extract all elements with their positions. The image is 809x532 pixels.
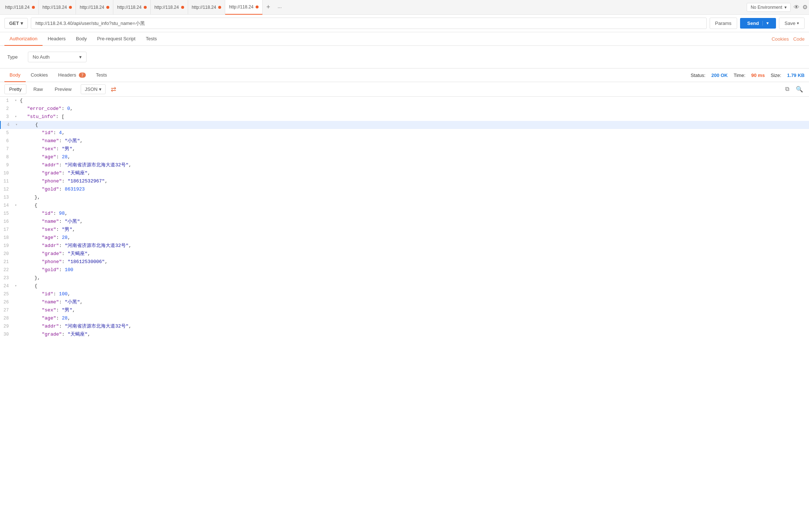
env-selector[interactable]: No Environment ▾ — [747, 3, 791, 12]
time-value: 90 ms — [751, 73, 765, 78]
line-num-27: 27 — [0, 306, 15, 314]
json-viewer[interactable]: 1 ▾ { 2 "error_code": 0, 3 ▾ "stu_info":… — [0, 97, 809, 339]
line-content-3: "stu_info": [ — [20, 113, 809, 121]
cookies-link[interactable]: Cookies — [772, 36, 789, 42]
line-num-22: 22 — [0, 266, 15, 274]
params-button[interactable]: Params — [710, 18, 737, 29]
headers-badge: 7 — [79, 73, 85, 78]
tab-body-label: Body — [76, 36, 87, 41]
format-chevron-icon: ▾ — [99, 86, 102, 92]
auth-type-value: No Auth — [33, 54, 50, 60]
json-line-28[interactable]: 28 "age": 28, — [0, 314, 809, 322]
json-line-23[interactable]: 23 }, — [0, 274, 809, 282]
size-label: Size: — [770, 73, 781, 78]
more-tabs-button[interactable]: ··· — [274, 0, 286, 15]
line-toggle-1[interactable]: ▾ — [15, 97, 20, 105]
method-selector[interactable]: GET ▾ — [4, 18, 28, 29]
json-line-1[interactable]: 1 ▾ { — [0, 97, 809, 105]
json-line-18[interactable]: 18 "age": 28, — [0, 234, 809, 242]
json-line-14[interactable]: 14 ▾ { — [0, 202, 809, 210]
json-line-8[interactable]: 8 "age": 28, — [0, 153, 809, 161]
tab-2-label: http://118.24 — [43, 5, 67, 10]
resp-tab-tests-label: Tests — [96, 72, 107, 78]
tab-4[interactable]: http://118.24 — [113, 0, 151, 15]
save-button[interactable]: Save ▾ — [779, 18, 805, 29]
send-dropdown-icon[interactable]: ▾ — [762, 21, 769, 26]
json-line-5[interactable]: 5 "id": 4, — [0, 129, 809, 137]
format-selector[interactable]: JSON ▾ — [81, 84, 106, 94]
search-icon[interactable]: 🔍 — [794, 84, 805, 94]
line-content-1: { — [20, 97, 809, 105]
tab-6[interactable]: http://118.24 — [188, 0, 226, 15]
environment-bar: No Environment ▾ 👁 ⚙ — [747, 3, 808, 12]
tab-1-label: http://118.24 — [5, 5, 30, 10]
line-num-6: 6 — [0, 137, 15, 145]
json-line-16[interactable]: 16 "name": "小黑", — [0, 218, 809, 226]
auth-type-selector[interactable]: No Auth ▾ — [28, 52, 87, 62]
tab-headers[interactable]: Headers — [43, 32, 71, 46]
new-tab-button[interactable]: + — [263, 0, 274, 15]
json-line-30[interactable]: 30 "grade": "天蝎座", — [0, 330, 809, 339]
tab-headers-label: Headers — [48, 36, 66, 41]
settings-icon[interactable]: ⚙ — [802, 4, 808, 11]
line-num-14: 14 — [0, 202, 15, 210]
line-content-21: "phone": "18612530006", — [20, 258, 809, 266]
raw-view-button[interactable]: Raw — [29, 84, 48, 94]
tab-5[interactable]: http://118.24 — [151, 0, 188, 15]
response-tabs: Body Cookies Headers 7 Tests Status: 200… — [0, 69, 809, 82]
line-toggle-4[interactable]: ▾ — [15, 121, 21, 129]
json-line-29[interactable]: 29 "addr": "河南省济源市北海大道32号", — [0, 322, 809, 330]
tab-tests[interactable]: Tests — [140, 32, 162, 46]
line-content-5: "id": 4, — [20, 129, 809, 137]
url-input[interactable] — [31, 18, 707, 29]
resp-tab-cookies[interactable]: Cookies — [26, 69, 53, 82]
tab-authorization[interactable]: Authorization — [4, 32, 43, 46]
json-line-9[interactable]: 9 "addr": "河南省济源市北海大道32号", — [0, 161, 809, 169]
json-line-24[interactable]: 24 ▾ { — [0, 282, 809, 290]
json-line-2[interactable]: 2 "error_code": 0, — [0, 105, 809, 113]
line-content-30: "grade": "天蝎座", — [20, 330, 809, 339]
tab-pre-request-script[interactable]: Pre-request Script — [92, 32, 141, 46]
word-wrap-icon[interactable]: ⇄ — [111, 85, 116, 93]
line-num-5: 5 — [0, 129, 15, 137]
json-line-10[interactable]: 10 "grade": "天蝎座", — [0, 169, 809, 177]
tab-1[interactable]: http://118.24 — [1, 0, 39, 15]
line-toggle-24[interactable]: ▾ — [15, 282, 20, 290]
json-line-19[interactable]: 19 "addr": "河南省济源市北海大道32号", — [0, 242, 809, 250]
json-line-27[interactable]: 27 "sex": "男", — [0, 306, 809, 314]
send-button[interactable]: Send ▾ — [740, 18, 776, 29]
line-toggle-3[interactable]: ▾ — [15, 113, 20, 121]
copy-icon[interactable]: ⧉ — [784, 84, 791, 94]
line-content-17: "sex": "男", — [20, 226, 809, 234]
pretty-view-button[interactable]: Pretty — [4, 84, 26, 94]
line-toggle-14[interactable]: ▾ — [15, 202, 20, 210]
code-link[interactable]: Code — [793, 36, 805, 42]
json-line-6[interactable]: 6 "name": "小黑", — [0, 137, 809, 145]
resp-tab-headers[interactable]: Headers 7 — [53, 69, 91, 82]
line-num-19: 19 — [0, 242, 15, 250]
json-line-3[interactable]: 3 ▾ "stu_info": [ — [0, 113, 809, 121]
json-line-25[interactable]: 25 "id": 100, — [0, 290, 809, 298]
json-line-4[interactable]: 4 ▾ { — [0, 121, 809, 129]
json-line-21[interactable]: 21 "phone": "18612530006", — [0, 258, 809, 266]
json-line-13[interactable]: 13 }, — [0, 193, 809, 202]
tab-6-dot — [218, 6, 221, 9]
tab-2[interactable]: http://118.24 — [39, 0, 76, 15]
json-line-12[interactable]: 12 "gold": 8631923 — [0, 185, 809, 193]
json-line-11[interactable]: 11 "phone": "18612532967", — [0, 177, 809, 185]
tab-body[interactable]: Body — [71, 32, 92, 46]
tab-7[interactable]: http://118.24 — [225, 0, 263, 15]
json-line-20[interactable]: 20 "grade": "天蝎座", — [0, 250, 809, 258]
json-line-7[interactable]: 7 "sex": "男", — [0, 145, 809, 153]
json-line-26[interactable]: 26 "name": "小黑", — [0, 298, 809, 306]
line-num-16: 16 — [0, 218, 15, 226]
preview-view-button[interactable]: Preview — [50, 84, 76, 94]
resp-tab-tests[interactable]: Tests — [91, 69, 112, 82]
json-line-22[interactable]: 22 "gold": 100 — [0, 266, 809, 274]
json-line-15[interactable]: 15 "id": 98, — [0, 210, 809, 218]
json-line-17[interactable]: 17 "sex": "男", — [0, 226, 809, 234]
resp-tab-body[interactable]: Body — [4, 69, 26, 82]
eye-icon[interactable]: 👁 — [794, 4, 799, 11]
save-dropdown-icon[interactable]: ▾ — [797, 21, 799, 26]
tab-3[interactable]: http://118.24 — [76, 0, 113, 15]
